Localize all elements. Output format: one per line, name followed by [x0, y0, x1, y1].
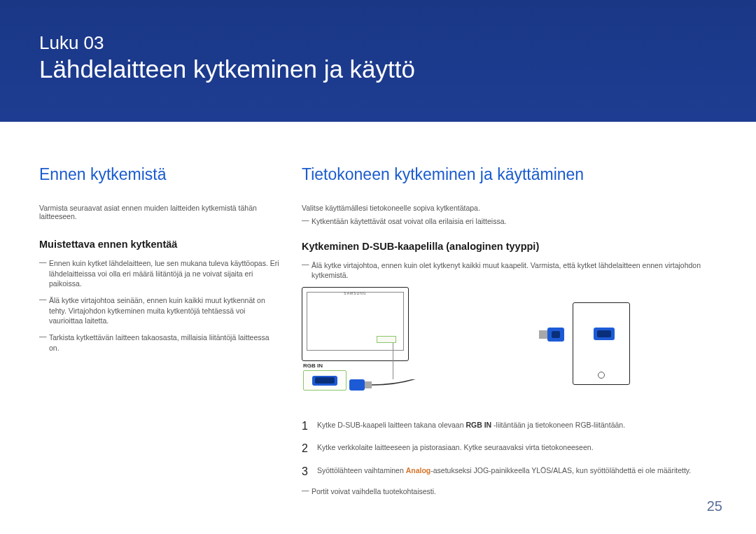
steps-list: 1 Kytke D-SUB-kaapeli laitteen takana ol…	[302, 419, 714, 479]
svg-rect-2	[539, 330, 547, 339]
step-item: 1 Kytke D-SUB-kaapeli laitteen takana ol…	[302, 419, 714, 434]
svg-rect-4	[552, 331, 560, 338]
subsection-heading: Muistettava ennen kytkentää	[39, 239, 281, 250]
step-number: 2	[302, 441, 317, 456]
step-number: 1	[302, 419, 317, 434]
page-content: Ennen kytkemistä Varmista seuraavat asia…	[0, 122, 756, 503]
note-item: Älä kytke virtajohtoa seinään, ennen kui…	[39, 295, 281, 326]
left-column: Ennen kytkemistä Varmista seuraavat asia…	[39, 165, 302, 503]
svg-rect-1	[365, 381, 372, 388]
step-text: Syöttölähteen vaihtaminen Analog-asetuks…	[317, 464, 691, 479]
note-item: Kytkentään käytettävät osat voivat olla …	[302, 216, 714, 227]
rgb-port-icon	[303, 370, 346, 391]
svg-rect-0	[349, 379, 365, 391]
chapter-title: Lähdelaitteen kytkeminen ja käyttö	[39, 55, 717, 83]
connection-diagram: SAMSUNG RGB IN	[302, 287, 714, 406]
pc-icon	[573, 302, 630, 385]
right-column: Tietokoneen kytkeminen ja käyttäminen Va…	[302, 165, 714, 503]
footnote: Portit voivat vaihdella tuotekohtaisesti…	[302, 486, 714, 497]
rgb-in-label: RGB IN	[303, 363, 323, 369]
section-heading-before-connecting: Ennen kytkemistä	[39, 165, 281, 184]
step-number: 3	[302, 464, 317, 479]
note-item: Ennen kuin kytket lähdelaitteen, lue sen…	[39, 258, 281, 289]
chapter-banner: Luku 03 Lähdelaitteen kytkeminen ja käyt…	[0, 0, 756, 122]
section-heading-connecting-pc: Tietokoneen kytkeminen ja käyttäminen	[302, 165, 714, 184]
step-item: 2 Kytke verkkolaite laitteeseen ja pisto…	[302, 441, 714, 456]
step-text: Kytke verkkolaite laitteeseen ja pistora…	[317, 441, 594, 456]
step-item: 3 Syöttölähteen vaihtaminen Analog-asetu…	[302, 464, 714, 479]
page-number: 25	[707, 498, 722, 514]
cable-icon	[348, 379, 558, 407]
intro-text: Valitse käyttämällesi tietokoneelle sopi…	[302, 204, 714, 212]
subsection-heading-dsub: Kytkeminen D-SUB-kaapelilla (analoginen …	[302, 241, 714, 252]
vga-connector-icon	[539, 326, 574, 353]
note-item: Älä kytke virtajohtoa, ennen kuin olet k…	[302, 260, 714, 281]
intro-text: Varmista seuraavat asiat ennen muiden la…	[39, 204, 281, 220]
note-item: Tarkista kytkettävän laitteen takaosasta…	[39, 332, 281, 353]
chapter-label: Luku 03	[39, 32, 717, 54]
step-text: Kytke D-SUB-kaapeli laitteen takana olev…	[317, 419, 625, 434]
